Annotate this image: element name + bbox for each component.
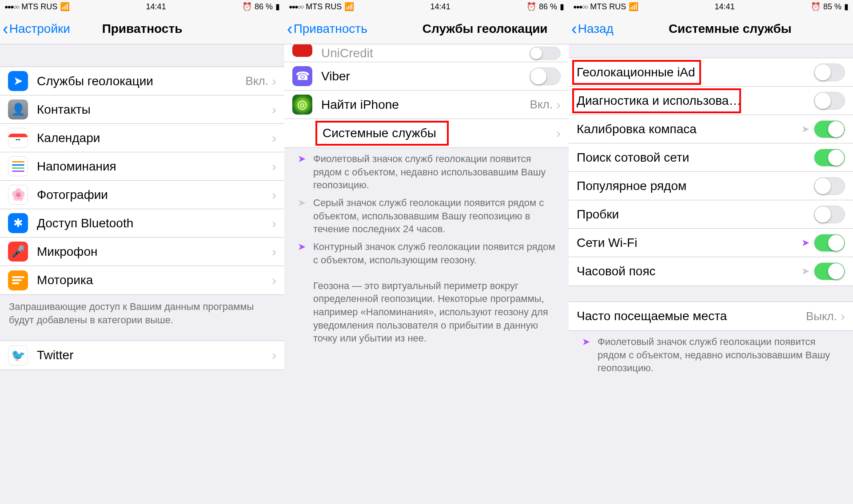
photos-icon: 🌸	[8, 185, 28, 205]
cell-label: Найти iPhone	[321, 98, 530, 112]
page-title: Системные службы	[615, 22, 853, 36]
wifi-icon: 📶	[344, 2, 354, 12]
cell-label: Сети Wi-Fi	[577, 236, 801, 250]
battery-icon: ▮	[275, 2, 280, 12]
cell-label: Напоминания	[37, 159, 272, 174]
cell-label: Доступ Bluetooth	[37, 216, 272, 230]
cell-compass-calibration[interactable]: Калибровка компаса ➤	[569, 115, 853, 143]
time-label: 14:41	[430, 2, 450, 12]
cell-frequent-locations[interactable]: Часто посещаемые места Выкл. ›	[569, 302, 853, 330]
cell-traffic[interactable]: Пробки	[569, 200, 853, 229]
cell-microphone[interactable]: 🎤 Микрофон ›	[0, 238, 284, 266]
carrier-label: MTS RUS	[590, 2, 626, 12]
chevron-left-icon: ‹	[3, 20, 8, 37]
back-button[interactable]: ‹ Настройки	[0, 20, 70, 37]
chevron-right-icon: ›	[556, 126, 561, 141]
cell-unicredit[interactable]: UniCredit	[284, 44, 569, 62]
cell-label: Популярное рядом	[577, 179, 814, 193]
cell-location-services[interactable]: ➤ Службы геолокации Вкл. ›	[0, 67, 284, 95]
cell-label: Календари	[37, 131, 272, 145]
cell-label: Калибровка компаса	[577, 122, 801, 136]
cell-contacts[interactable]: 👤 Контакты ›	[0, 95, 284, 124]
cell-find-iphone[interactable]: ◎ Найти iPhone Вкл. ›	[284, 91, 569, 119]
chevron-right-icon: ›	[272, 187, 276, 202]
location-arrow-purple-icon: ➤	[801, 237, 809, 249]
alarm-icon: ⏰	[242, 2, 252, 12]
cell-label: Часовой пояс	[577, 264, 801, 278]
wifi-icon: 📶	[629, 2, 638, 12]
cell-photos[interactable]: 🌸 Фотографии ›	[0, 181, 284, 209]
switch[interactable]	[530, 47, 561, 60]
chevron-right-icon: ›	[272, 244, 276, 259]
cell-system-services[interactable]: Системные службы ›	[284, 119, 569, 147]
contacts-icon: 👤	[8, 99, 28, 119]
cell-label: Микрофон	[37, 245, 272, 259]
chevron-right-icon: ›	[272, 348, 276, 363]
cell-bluetooth[interactable]: ✱ Доступ Bluetooth ›	[0, 209, 284, 238]
switch[interactable]	[814, 262, 845, 280]
cell-label: Поиск сотовой сети	[577, 151, 814, 165]
back-label: Назад	[578, 22, 614, 36]
back-button[interactable]: ‹ Приватность	[284, 20, 367, 37]
switch[interactable]	[814, 92, 845, 110]
chevron-right-icon: ›	[272, 159, 276, 174]
screen-system-services: ●●●○○ MTS RUS 📶 14:41 ⏰ 85 % ▮ ‹ Назад С…	[569, 0, 853, 504]
time-label: 14:41	[715, 2, 735, 12]
cell-diagnostics-usage[interactable]: Диагностика и использова…	[569, 87, 853, 115]
switch[interactable]	[814, 63, 845, 81]
cell-timezone[interactable]: Часовой пояс ➤	[569, 257, 853, 286]
cell-value: Выкл.	[806, 310, 837, 323]
reminders-icon	[8, 156, 28, 176]
cell-motion[interactable]: Моторика ›	[0, 266, 284, 294]
battery-icon: ▮	[560, 2, 564, 12]
screen-location-services: ●●●○○ MTS RUS 📶 14:41 ⏰ 86 % ▮ ‹ Приватн…	[284, 0, 569, 504]
cell-label: Часто посещаемые места	[577, 309, 806, 323]
nav-bar: ‹ Приватность Службы геолокации	[284, 13, 569, 44]
cell-value: Вкл.	[246, 74, 268, 88]
cell-reminders[interactable]: Напоминания ›	[0, 152, 284, 181]
location-arrow-outline-icon: ➤	[298, 240, 306, 254]
carrier-label: MTS RUS	[21, 2, 57, 12]
motion-icon	[8, 270, 28, 290]
twitter-icon: 🐦	[8, 345, 28, 365]
switch[interactable]	[814, 120, 845, 138]
cell-twitter[interactable]: 🐦 Twitter ›	[0, 341, 284, 369]
info-purple: ➤ Фиолетовый значок служб геолокации поя…	[284, 148, 569, 192]
back-label: Настройки	[9, 22, 70, 36]
back-label: Приватность	[294, 22, 367, 36]
cell-label: Фотографии	[37, 188, 272, 202]
location-arrow-purple-icon: ➤	[582, 335, 590, 349]
cell-wifi-networking[interactable]: Сети Wi-Fi ➤	[569, 229, 853, 257]
cell-geolocation-iad[interactable]: Геолокационные iAd	[569, 58, 853, 87]
switch[interactable]	[814, 206, 845, 223]
chevron-right-icon: ›	[272, 131, 276, 146]
chevron-right-icon: ›	[272, 273, 276, 288]
switch[interactable]	[530, 67, 561, 85]
cell-label: Контакты	[37, 103, 272, 117]
alarm-icon: ⏰	[526, 2, 536, 12]
back-button[interactable]: ‹ Назад	[569, 20, 614, 37]
time-label: 14:41	[146, 2, 166, 12]
nav-bar: ‹ Настройки Приватность	[0, 13, 284, 44]
switch[interactable]	[814, 149, 845, 167]
chevron-left-icon: ‹	[571, 20, 577, 37]
cell-viber[interactable]: ☎ Viber	[284, 62, 569, 91]
cell-popular-nearby[interactable]: Популярное рядом	[569, 172, 853, 200]
cell-calendars[interactable]: ••• Календари ›	[0, 124, 284, 152]
info-geofence: Геозона — это виртуальный периметр вокру…	[284, 267, 569, 345]
page-title: Службы геолокации	[369, 22, 569, 36]
battery-label: 85 %	[823, 2, 841, 12]
cell-cell-network-search[interactable]: Поиск сотовой сети	[569, 143, 853, 172]
location-arrow-purple-icon: ➤	[298, 152, 306, 166]
switch[interactable]	[814, 177, 845, 195]
carrier-label: MTS RUS	[306, 2, 342, 12]
chevron-right-icon: ›	[556, 97, 561, 112]
chevron-right-icon: ›	[272, 74, 276, 89]
cell-value: Вкл.	[530, 98, 553, 111]
signal-icon: ●●●○○	[4, 3, 19, 10]
cell-label: Viber	[321, 69, 530, 83]
switch[interactable]	[814, 234, 845, 252]
status-bar: ●●●○○ MTS RUS 📶 14:41 ⏰ 86 % ▮	[0, 0, 284, 13]
location-arrow-gray-icon: ➤	[801, 266, 809, 277]
signal-icon: ●●●○○	[573, 3, 587, 10]
